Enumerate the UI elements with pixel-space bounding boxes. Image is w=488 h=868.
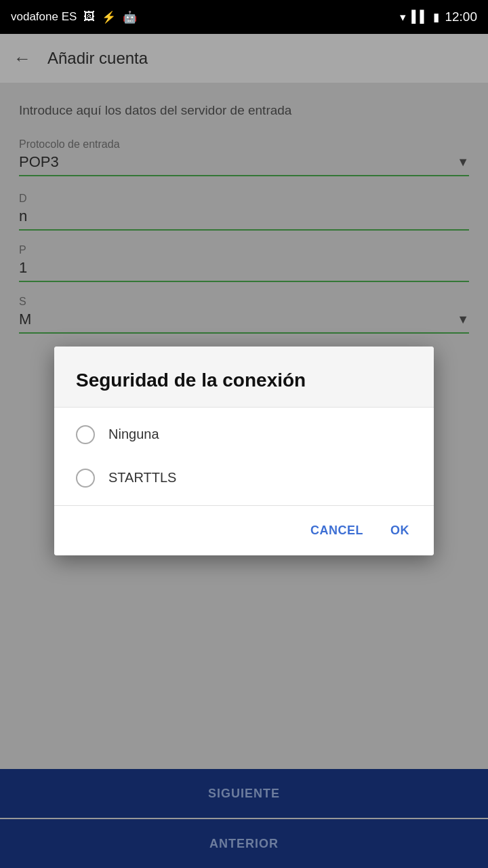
image-icon: 🖼 xyxy=(83,10,95,24)
option-starttls[interactable]: STARTTLS xyxy=(54,456,434,500)
dialog-title: Seguridad de la conexión xyxy=(76,368,412,393)
radio-starttls[interactable] xyxy=(76,469,95,488)
dialog-title-area: Seguridad de la conexión xyxy=(54,347,434,406)
android-icon: 🤖 xyxy=(123,10,137,24)
dialog: Seguridad de la conexión Ninguna STARTTL… xyxy=(54,347,434,555)
status-time: 12:00 xyxy=(445,9,477,24)
dialog-actions: CANCEL OK xyxy=(54,506,434,555)
signal-icon: ▌▌ xyxy=(411,10,428,24)
ok-button[interactable]: OK xyxy=(382,518,418,543)
dialog-options: Ninguna STARTTLS xyxy=(54,408,434,505)
option-starttls-label: STARTTLS xyxy=(108,470,176,486)
option-ninguna[interactable]: Ninguna xyxy=(54,413,434,456)
modal-backdrop: Seguridad de la conexión Ninguna STARTTL… xyxy=(0,34,488,868)
carrier-text: vodafone ES xyxy=(11,10,77,24)
battery-icon: ▮ xyxy=(433,10,439,24)
radio-ninguna[interactable] xyxy=(76,425,95,444)
status-bar: vodafone ES 🖼 ⚡ 🤖 ▾ ▌▌ ▮ 12:00 xyxy=(0,0,488,34)
wifi-icon: ▾ xyxy=(400,10,406,24)
cancel-button[interactable]: CANCEL xyxy=(302,518,371,543)
option-ninguna-label: Ninguna xyxy=(108,427,159,442)
status-right: ▾ ▌▌ ▮ 12:00 xyxy=(400,9,477,24)
status-left: vodafone ES 🖼 ⚡ 🤖 xyxy=(11,10,137,24)
background-page: ← Añadir cuenta Introduce aquí los datos… xyxy=(0,34,488,868)
usb-icon: ⚡ xyxy=(102,10,116,24)
